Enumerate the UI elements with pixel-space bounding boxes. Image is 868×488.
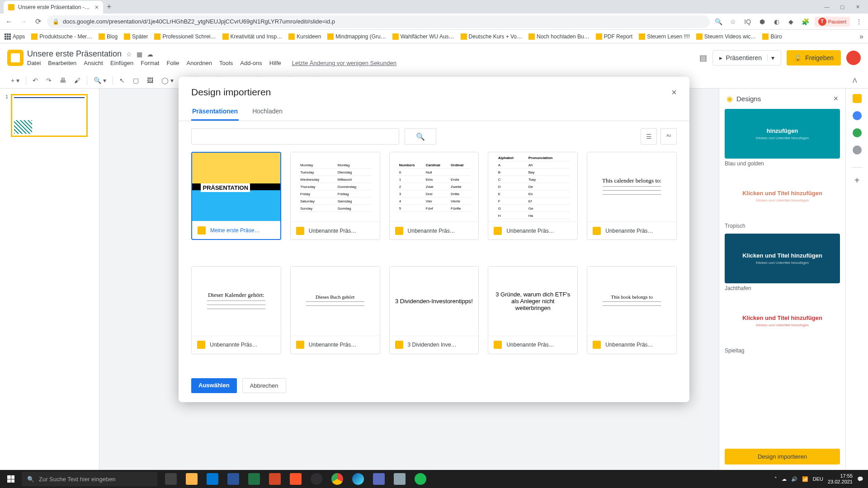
cancel-button[interactable]: Abbrechen (242, 378, 286, 393)
menu-datei[interactable]: Datei (27, 60, 41, 66)
bookmark-item[interactable]: Steuern Videos wic… (696, 33, 756, 40)
user-avatar-icon[interactable] (846, 51, 861, 65)
present-button[interactable]: ▸ Präsentieren ▾ (712, 50, 781, 66)
designs-close-icon[interactable]: × (833, 94, 838, 103)
tray-chevron-icon[interactable]: ˄ (774, 476, 777, 482)
menu-addons[interactable]: Add-ons (240, 60, 262, 66)
tab-upload[interactable]: Hochladen (251, 103, 283, 121)
bookmark-apps[interactable]: Apps (5, 33, 25, 40)
design-theme-item[interactable]: Klicken und Titel hinzufügenKlicken und … (725, 296, 840, 354)
maps-icon[interactable] (853, 145, 862, 155)
word-icon[interactable] (223, 470, 243, 488)
design-theme-item[interactable]: Klicken und Titel hinzufügenKlicken und … (725, 234, 840, 291)
tasks-icon[interactable] (853, 128, 862, 137)
file-card[interactable]: Dieser Kalender gehört:Unbenannte Präs… (191, 266, 281, 354)
bookmark-item[interactable]: Kursideen (288, 33, 321, 40)
textbox-tool[interactable]: ▢ (131, 75, 141, 86)
menu-format[interactable]: Format (141, 60, 159, 66)
calendar-icon[interactable] (853, 94, 862, 103)
collapse-toolbar-icon[interactable]: ᐱ (851, 75, 859, 86)
menu-tools[interactable]: Tools (219, 60, 233, 66)
star-icon[interactable]: ☆ (126, 51, 132, 58)
bookmark-item[interactable]: Später (124, 33, 148, 40)
star-bookmark-icon[interactable]: ☆ (728, 16, 739, 27)
edge-legacy-icon[interactable] (203, 470, 222, 488)
extensions-icon[interactable]: 🧩 (800, 16, 811, 27)
slide-thumbnail[interactable] (11, 94, 88, 137)
move-folder-icon[interactable]: ▦ (137, 51, 142, 58)
file-card[interactable]: 3 Gründe, warum dich ETF's als Anleger n… (488, 266, 578, 354)
menu-ansicht[interactable]: Ansicht (84, 60, 103, 66)
add-addon-icon[interactable]: + (853, 176, 862, 185)
menu-icon[interactable]: ⋮ (854, 16, 864, 27)
bookmark-item[interactable]: Noch hochladen Bu… (528, 33, 590, 40)
app-1-icon[interactable] (369, 470, 389, 488)
bookmark-item[interactable]: Kreativität und Insp… (222, 33, 283, 40)
menu-hilfe[interactable]: Hilfe (269, 60, 281, 66)
close-tab-icon[interactable]: × (95, 4, 99, 11)
zoom-button[interactable]: 🔍 ▾ (92, 75, 108, 86)
bookmark-item[interactable]: Steuern Lesen !!!! (639, 33, 690, 40)
keep-icon[interactable] (853, 111, 862, 120)
file-card[interactable]: This book belongs toUnbenannte Präs… (587, 266, 677, 354)
minimize-button[interactable]: — (820, 2, 834, 11)
select-tool[interactable]: ↖ (118, 75, 127, 86)
ext-1-icon[interactable]: IQ (742, 16, 753, 27)
app-2-icon[interactable] (390, 470, 410, 488)
browser-tab[interactable]: Unsere erste Präsentation - Goo… × (4, 1, 103, 14)
image-tool[interactable]: 🖼 (145, 75, 155, 86)
ext-3-icon[interactable]: ◐ (771, 16, 782, 27)
shape-tool[interactable]: ◯ ▾ (160, 75, 175, 86)
menu-bearbeiten[interactable]: Bearbeiten (48, 60, 76, 66)
menu-anordnen[interactable]: Anordnen (187, 60, 212, 66)
edge-icon[interactable] (348, 470, 368, 488)
redo-button[interactable]: ↷ (44, 75, 53, 86)
brave-icon[interactable] (286, 470, 306, 488)
taskbar-search[interactable]: 🔍 Zur Suche Text hier eingeben (22, 472, 157, 486)
bookmark-item[interactable]: Blog (99, 33, 118, 40)
present-dropdown-icon[interactable]: ▾ (767, 54, 774, 61)
bookmark-item[interactable]: Büro (762, 33, 782, 40)
doc-title[interactable]: Unsere erste Präsentation (27, 49, 122, 59)
bookmark-item[interactable]: Wahlfächer WU Aus… (392, 33, 454, 40)
spotify-icon[interactable] (410, 470, 430, 488)
file-card[interactable]: Dieses Buch gehörtUnbenannte Präs… (290, 266, 380, 354)
chrome-icon[interactable] (327, 470, 347, 488)
bookmark-item[interactable]: PDF Report (596, 33, 632, 40)
modal-close-icon[interactable]: × (671, 87, 677, 98)
share-button[interactable]: 🔒 Freigeben (787, 50, 841, 66)
menu-folie[interactable]: Folie (166, 60, 179, 66)
profile-paused-badge[interactable]: T Pausiert (815, 17, 850, 27)
bookmark-item[interactable]: Mindmapping (Gru… (327, 33, 386, 40)
menu-einfuegen[interactable]: Einfügen (110, 60, 133, 66)
zoom-icon[interactable]: 🔍 (713, 16, 724, 27)
bookmark-overflow-icon[interactable]: » (859, 33, 863, 41)
tab-presentations[interactable]: Präsentationen (191, 103, 239, 121)
taskbar-clock[interactable]: 17:55 23.02.2021 (828, 473, 853, 485)
back-button[interactable]: ← (4, 18, 14, 26)
excel-icon[interactable] (244, 470, 264, 488)
ext-4-icon[interactable]: ◆ (786, 16, 797, 27)
cloud-status-icon[interactable]: ☁ (147, 51, 153, 58)
file-card[interactable]: PRÄSENTATIONMeine erste Präse… (191, 152, 281, 240)
file-card[interactable]: 3 Dividenden-Investorentipps!3 Dividende… (389, 266, 479, 354)
slides-logo-icon[interactable] (7, 50, 24, 66)
obs-icon[interactable] (307, 470, 326, 488)
forward-button[interactable]: → (18, 18, 29, 26)
volume-icon[interactable]: 🔊 (791, 476, 797, 482)
language-indicator[interactable]: DEU (813, 476, 823, 482)
select-button[interactable]: Auswählen (191, 378, 237, 393)
search-button[interactable]: 🔍 (405, 128, 436, 145)
sort-toggle[interactable]: ᴬᶻ (660, 128, 677, 145)
design-import-button[interactable]: Design importieren (725, 449, 840, 465)
file-card[interactable]: This calender belongs to:Unbenannte Präs… (587, 152, 677, 240)
last-edit-label[interactable]: Letzte Änderung vor wenigen Sekunden (292, 60, 396, 66)
new-slide-button[interactable]: + ▾ (9, 75, 21, 86)
undo-button[interactable]: ↶ (31, 75, 40, 86)
bookmark-item[interactable]: Produktsuche - Mer… (31, 33, 92, 40)
close-window-button[interactable]: ✕ (851, 2, 864, 11)
notifications-icon[interactable]: 💬 (857, 476, 863, 482)
print-button[interactable]: 🖶 (58, 75, 68, 86)
new-tab-button[interactable]: + (107, 2, 112, 12)
reload-button[interactable]: ⟳ (33, 17, 43, 26)
